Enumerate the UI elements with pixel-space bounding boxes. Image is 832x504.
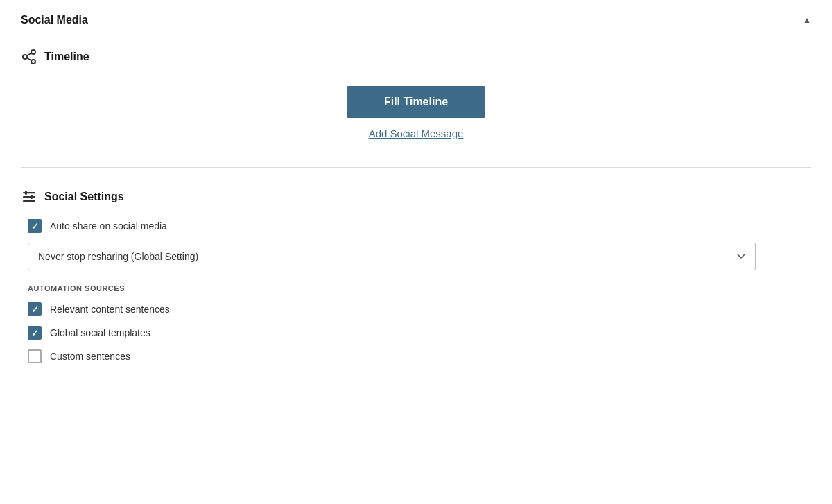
resharing-dropdown-wrapper: Never stop resharing (Global Setting) St… [28, 243, 811, 270]
checkmark-icon: ✓ [31, 329, 39, 338]
timeline-section: Timeline Fill Timeline Add Social Messag… [21, 35, 811, 160]
svg-line-3 [27, 58, 32, 61]
page-container: Social Media ▲ Timeline Fill Timeline Ad… [0, 0, 832, 504]
section-title: Social Media [21, 14, 88, 26]
settings-icon [21, 189, 37, 205]
resharing-dropdown[interactable]: Never stop resharing (Global Setting) St… [28, 243, 756, 270]
section-header: Social Media ▲ [21, 14, 811, 35]
timeline-header: Timeline [21, 49, 811, 65]
add-social-message-link[interactable]: Add Social Message [369, 128, 464, 139]
svg-point-2 [31, 60, 35, 64]
checkmark-icon: ✓ [31, 305, 39, 314]
svg-rect-9 [31, 195, 33, 199]
svg-point-0 [31, 50, 35, 54]
checkmark-icon: ✓ [31, 222, 39, 231]
timeline-title: Timeline [44, 51, 89, 63]
global-templates-label: Global social templates [50, 327, 150, 338]
auto-share-checkbox[interactable]: ✓ [28, 219, 42, 233]
share-icon [21, 49, 37, 65]
custom-sentences-checkbox[interactable] [28, 349, 42, 363]
settings-header: Social Settings [21, 189, 811, 205]
svg-rect-5 [23, 192, 35, 193]
svg-rect-6 [23, 196, 35, 198]
section-divider [21, 167, 811, 168]
relevant-content-label: Relevant content sentences [50, 304, 170, 315]
custom-sentences-row: Custom sentences [21, 349, 811, 363]
svg-point-1 [23, 55, 27, 59]
timeline-buttons: Fill Timeline Add Social Message [21, 86, 811, 139]
automation-sources-label: AUTOMATION SOURCES [21, 284, 811, 293]
global-templates-checkbox[interactable]: ✓ [28, 326, 42, 340]
global-templates-row: ✓ Global social templates [21, 326, 811, 340]
auto-share-label: Auto share on social media [50, 220, 167, 232]
settings-title: Social Settings [44, 191, 124, 203]
relevant-content-checkbox[interactable]: ✓ [28, 302, 42, 316]
svg-rect-7 [23, 200, 35, 202]
custom-sentences-label: Custom sentences [50, 351, 130, 362]
fill-timeline-button[interactable]: Fill Timeline [347, 86, 485, 118]
relevant-content-row: ✓ Relevant content sentences [21, 302, 811, 316]
svg-line-4 [27, 53, 32, 56]
auto-share-row: ✓ Auto share on social media [21, 219, 811, 233]
social-settings-section: Social Settings ✓ Auto share on social m… [21, 182, 811, 363]
svg-rect-8 [25, 191, 27, 195]
collapse-icon[interactable]: ▲ [803, 15, 811, 25]
